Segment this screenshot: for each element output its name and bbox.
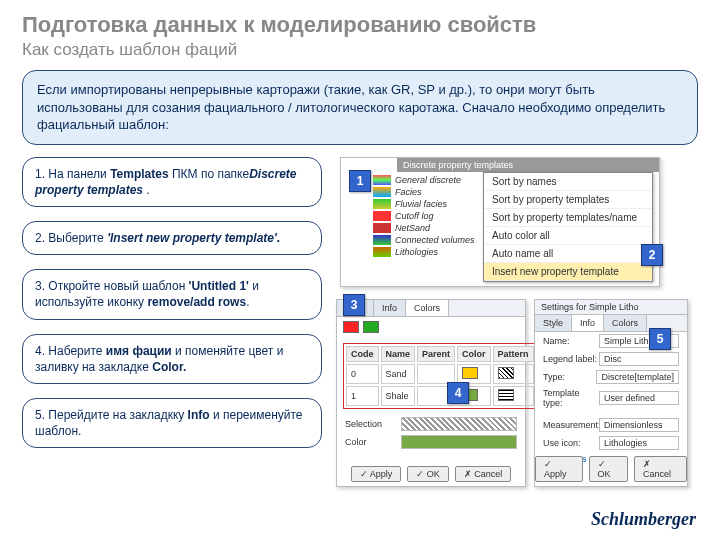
dialog-header: Settings for Simple Litho	[535, 300, 687, 315]
screenshots-area: Discrete property templates General disc…	[336, 157, 698, 449]
menu-item-insert[interactable]: Insert new property template	[484, 263, 652, 281]
marker-3: 3	[343, 294, 365, 316]
color-swatch[interactable]	[401, 435, 517, 449]
tabs: Style Info Colors	[337, 300, 525, 317]
intro-callout: Если импортированы непрерывные карторажи…	[22, 70, 698, 145]
cancel-button[interactable]: ✗ Cancel	[634, 456, 687, 482]
step-1: 1. На панели Templates ПКМ по папкеDiscr…	[22, 157, 322, 207]
tab-info[interactable]: Info	[572, 315, 604, 331]
marker-5: 5	[649, 328, 671, 350]
step-4: 4. Наберите имя фации и поменяйте цвет и…	[22, 334, 322, 384]
legend-field[interactable]: Disc	[599, 352, 679, 366]
marker-2: 2	[641, 244, 663, 266]
marker-4: 4	[447, 382, 469, 404]
menu-item[interactable]: Auto color all	[484, 227, 652, 245]
step-5: 5. Перейдите на закладкку Info и переиме…	[22, 398, 322, 448]
facies-table: CodeNameParentColorPattern 0Sand 1Shale	[343, 343, 537, 409]
menu-item[interactable]: Sort by property templates/name	[484, 209, 652, 227]
selection-swatch[interactable]	[401, 417, 517, 431]
cancel-button[interactable]: ✗ Cancel	[455, 466, 512, 482]
templates-tree-shot: Discrete property templates General disc…	[340, 157, 660, 287]
tab-colors[interactable]: Colors	[406, 300, 449, 316]
tab-colors[interactable]: Colors	[604, 315, 647, 331]
info-dialog-shot: Settings for Simple Litho Style Info Col…	[534, 299, 688, 487]
ok-button[interactable]: ✓ OK	[407, 466, 449, 482]
table-row[interactable]: 0Sand	[346, 364, 534, 384]
menu-item[interactable]: Sort by property templates	[484, 191, 652, 209]
ok-button[interactable]: ✓ OK	[589, 456, 628, 482]
marker-1: 1	[349, 170, 371, 192]
slide-subtitle: Как создать шаблон фаций	[22, 40, 698, 60]
tab-style[interactable]: Style	[535, 315, 572, 331]
steps-column: 1. На панели Templates ПКМ по папкеDiscr…	[22, 157, 322, 449]
step-3: 3. Откройте новый шаблон 'Untitled 1' и …	[22, 269, 322, 319]
slide-title: Подготовка данных к моделированию свойст…	[22, 12, 698, 38]
menu-item[interactable]: Sort by names	[484, 173, 652, 191]
menu-item[interactable]: Auto name all	[484, 245, 652, 263]
context-menu: Sort by names Sort by property templates…	[483, 172, 653, 282]
schlumberger-logo: Schlumberger	[591, 509, 696, 530]
add-row-icon[interactable]	[343, 321, 359, 333]
table-row[interactable]: 1Shale	[346, 386, 534, 406]
tab-info[interactable]: Info	[374, 300, 406, 316]
intro-text: Если импортированы непрерывные карторажи…	[37, 82, 665, 132]
apply-button[interactable]: ✓ Apply	[535, 456, 583, 482]
colors-dialog-shot: Style Info Colors CodeNameParentColorPat…	[336, 299, 526, 487]
step-2: 2. Выберите 'Insert new property templat…	[22, 221, 322, 255]
tree-header: Discrete property templates	[397, 158, 659, 172]
apply-button[interactable]: ✓ Apply	[351, 466, 402, 482]
remove-row-icon[interactable]	[363, 321, 379, 333]
